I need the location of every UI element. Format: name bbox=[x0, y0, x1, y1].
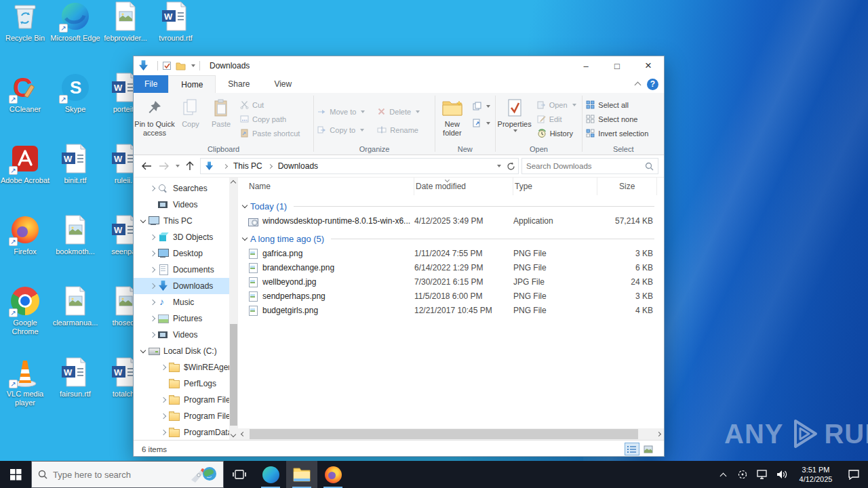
expander-icon[interactable] bbox=[139, 213, 148, 229]
paste-button[interactable]: Paste bbox=[205, 95, 237, 144]
select-none-button[interactable]: Select none bbox=[583, 112, 664, 126]
move-to-button[interactable]: Move to bbox=[314, 104, 374, 119]
start-button[interactable] bbox=[0, 461, 31, 488]
expander-icon[interactable] bbox=[149, 229, 157, 245]
new-item-button[interactable] bbox=[469, 99, 494, 113]
address-dropdown-icon[interactable] bbox=[497, 165, 501, 167]
up-button[interactable] bbox=[182, 159, 197, 174]
expander-icon[interactable] bbox=[149, 245, 157, 262]
select-all-button[interactable]: Select all bbox=[583, 98, 664, 112]
close-button[interactable]: × bbox=[633, 56, 664, 75]
nav-scrollbar[interactable] bbox=[229, 178, 238, 440]
tab-view[interactable]: View bbox=[262, 75, 304, 93]
properties-button[interactable]: Properties bbox=[496, 95, 534, 144]
nav-item[interactable]: PerfLogs bbox=[134, 375, 229, 392]
file-row[interactable]: budgetgirls.png 12/21/2017 10:45 PM PNG … bbox=[238, 303, 664, 317]
desktop-icon-recycle-bin[interactable]: Recycle Bin bbox=[0, 0, 50, 71]
easy-access-button[interactable] bbox=[469, 116, 494, 130]
open-button[interactable]: Open bbox=[534, 98, 580, 112]
file-row[interactable]: windowsdesktop-runtime-8.0.15-win-x6... … bbox=[238, 214, 664, 228]
scroll-right-icon[interactable] bbox=[656, 432, 661, 436]
search-input[interactable] bbox=[526, 162, 645, 170]
horizontal-scrollbar[interactable] bbox=[238, 428, 664, 440]
scrollbar-thumb[interactable] bbox=[250, 429, 638, 439]
breadcrumb-downloads[interactable]: Downloads bbox=[277, 161, 319, 171]
scroll-left-icon[interactable] bbox=[241, 432, 245, 436]
copy-to-button[interactable]: Copy to bbox=[314, 123, 374, 137]
scroll-up-icon[interactable] bbox=[231, 180, 236, 186]
rename-button[interactable]: Rename bbox=[374, 123, 423, 137]
group-expander-icon[interactable] bbox=[241, 230, 250, 247]
file-row[interactable]: sendperhaps.png 11/5/2018 6:00 PM PNG Fi… bbox=[238, 289, 664, 303]
expander-icon[interactable] bbox=[159, 424, 168, 440]
paste-shortcut-button[interactable]: Paste shortcut bbox=[237, 126, 303, 140]
nav-item[interactable]: Desktop bbox=[134, 245, 229, 262]
taskbar-search-input[interactable] bbox=[53, 470, 183, 480]
new-folder-button[interactable]: New folder bbox=[435, 95, 469, 144]
expander-icon[interactable] bbox=[149, 294, 157, 310]
tab-home[interactable]: Home bbox=[168, 75, 216, 93]
scrollbar-thumb[interactable] bbox=[230, 324, 237, 426]
refresh-icon[interactable] bbox=[507, 162, 515, 171]
desktop-icon-fairsun[interactable]: fairsun.rtf bbox=[50, 356, 100, 427]
nav-item[interactable]: Downloads bbox=[134, 278, 229, 294]
tray-expand-button[interactable] bbox=[715, 466, 730, 483]
expander-icon[interactable] bbox=[149, 262, 157, 278]
desktop-icon-skype[interactable]: S↗ Skype bbox=[50, 71, 100, 142]
group-header-a-long-time-ago[interactable]: A long time ago (5) bbox=[238, 231, 664, 246]
desktop-icon-binit[interactable]: binit.rtf bbox=[50, 142, 100, 214]
delete-button[interactable]: Delete bbox=[374, 104, 423, 119]
invert-selection-button[interactable]: Invert selection bbox=[583, 126, 664, 140]
nav-item[interactable]: Searches bbox=[134, 180, 229, 197]
back-button[interactable] bbox=[139, 159, 154, 174]
expander-icon[interactable] bbox=[149, 310, 157, 327]
tab-share[interactable]: Share bbox=[216, 75, 262, 93]
nav-item[interactable]: Pictures bbox=[134, 310, 229, 327]
expander-icon[interactable] bbox=[149, 180, 157, 197]
nav-item[interactable]: Music bbox=[134, 294, 229, 310]
expander-icon[interactable] bbox=[159, 392, 168, 408]
expander-icon[interactable] bbox=[159, 408, 168, 424]
copy-button[interactable]: Copy bbox=[176, 95, 205, 144]
scroll-down-icon[interactable] bbox=[231, 432, 236, 437]
new-folder-qat-icon[interactable] bbox=[176, 62, 186, 70]
copy-path-button[interactable]: Copy path bbox=[237, 112, 303, 126]
nav-item[interactable]: Program Files bbox=[134, 408, 229, 424]
desktop-icon-adobe-acrobat[interactable]: ↗ Adobe Acrobat bbox=[0, 142, 50, 214]
maximize-button[interactable]: □ bbox=[601, 56, 633, 75]
title-bar[interactable]: Downloads – □ × bbox=[134, 56, 664, 75]
cut-button[interactable]: Cut bbox=[237, 98, 303, 112]
column-header-size[interactable]: Size bbox=[597, 178, 657, 195]
address-bar[interactable]: This PC Downloads bbox=[200, 158, 519, 174]
large-icons-view-button[interactable] bbox=[641, 443, 656, 455]
desktop-icon-google-chrome[interactable]: ↗ Google Chrome bbox=[0, 285, 50, 356]
group-header-today[interactable]: Today (1) bbox=[238, 199, 664, 214]
tray-app-icon[interactable] bbox=[735, 466, 750, 483]
nav-item[interactable]: $WinREAgent bbox=[134, 359, 229, 375]
column-header-name[interactable]: Name bbox=[248, 178, 414, 195]
nav-item[interactable]: 3D Objects bbox=[134, 229, 229, 245]
properties-qat-icon[interactable] bbox=[162, 61, 172, 70]
desktop-icon-vlc[interactable]: ↗ VLC media player bbox=[0, 356, 50, 427]
forward-button[interactable] bbox=[157, 159, 172, 174]
recent-locations-icon[interactable] bbox=[176, 165, 180, 167]
taskbar-firefox-button[interactable] bbox=[317, 461, 349, 488]
nav-item[interactable]: Videos bbox=[134, 197, 229, 213]
expander-icon[interactable] bbox=[139, 343, 148, 359]
file-row[interactable]: brandexchange.png 6/14/2022 1:29 PM PNG … bbox=[238, 260, 664, 274]
desktop-icon-ccleaner[interactable]: C↗ CCleaner bbox=[0, 71, 50, 142]
history-button[interactable]: History bbox=[534, 126, 580, 140]
breadcrumb-this-pc[interactable]: This PC bbox=[232, 161, 264, 171]
minimize-button[interactable]: – bbox=[570, 56, 601, 75]
desktop-icon-clearmanua[interactable]: clearmanua... bbox=[50, 285, 100, 356]
file-row[interactable]: gafrica.png 1/11/2024 7:55 PM PNG File 3… bbox=[238, 246, 664, 260]
desktop-icon-microsoft-edge[interactable]: ↗ Microsoft Edge bbox=[50, 0, 100, 71]
taskbar-edge-button[interactable] bbox=[255, 461, 286, 488]
expander-icon[interactable] bbox=[149, 327, 157, 343]
nav-item[interactable]: Videos bbox=[134, 327, 229, 343]
pin-to-quick-access-button[interactable]: Pin to Quick access bbox=[134, 95, 176, 144]
nav-item[interactable]: Documents bbox=[134, 262, 229, 278]
desktop-icon-bookmoth[interactable]: bookmoth... bbox=[50, 214, 100, 285]
expander-icon[interactable] bbox=[149, 197, 157, 213]
taskbar-file-explorer-button[interactable] bbox=[286, 461, 317, 488]
